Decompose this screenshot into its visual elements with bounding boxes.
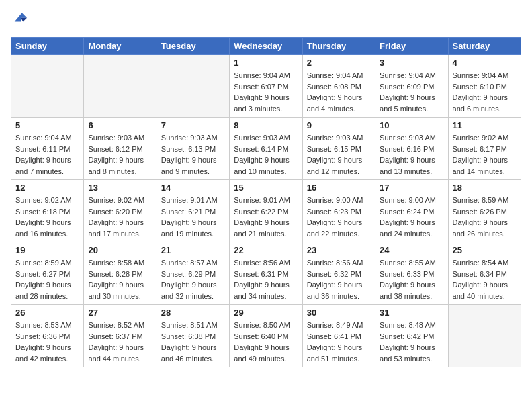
day-info: Sunrise: 9:02 AM Sunset: 6:17 PM Dayligh… [453,132,517,177]
day-number: 20 [88,245,152,255]
calendar-cell: 14Sunrise: 9:01 AM Sunset: 6:21 PM Dayli… [157,180,229,242]
day-info: Sunrise: 9:04 AM Sunset: 6:08 PM Dayligh… [307,70,371,114]
day-info: Sunrise: 8:55 AM Sunset: 6:33 PM Dayligh… [380,257,443,302]
calendar-cell: 27Sunrise: 8:52 AM Sunset: 6:37 PM Dayli… [84,305,157,367]
day-number: 28 [161,308,225,318]
day-number: 22 [234,245,298,255]
day-number: 31 [380,308,443,318]
day-number: 17 [380,183,443,193]
day-info: Sunrise: 8:51 AM Sunset: 6:38 PM Dayligh… [161,320,225,364]
calendar-cell: 24Sunrise: 8:55 AM Sunset: 6:33 PM Dayli… [375,242,448,305]
day-number: 25 [453,245,517,255]
calendar-cell: 26Sunrise: 8:53 AM Sunset: 6:36 PM Dayli… [11,305,84,367]
calendar-cell: 5Sunrise: 9:04 AM Sunset: 6:11 PM Daylig… [11,118,84,180]
day-info: Sunrise: 8:56 AM Sunset: 6:32 PM Dayligh… [307,257,371,302]
day-number: 6 [88,120,152,130]
day-info: Sunrise: 8:54 AM Sunset: 6:34 PM Dayligh… [453,257,517,302]
svg-marker-1 [21,18,27,22]
day-info: Sunrise: 8:59 AM Sunset: 6:26 PM Dayligh… [453,195,517,239]
calendar-cell: 6Sunrise: 9:03 AM Sunset: 6:12 PM Daylig… [84,118,157,180]
svg-marker-0 [15,13,27,21]
calendar-cell: 9Sunrise: 9:03 AM Sunset: 6:15 PM Daylig… [302,118,375,180]
day-info: Sunrise: 8:48 AM Sunset: 6:42 PM Dayligh… [380,320,443,364]
day-info: Sunrise: 9:03 AM Sunset: 6:12 PM Dayligh… [88,132,152,177]
day-number: 9 [307,120,371,130]
day-number: 11 [453,120,517,130]
calendar-cell: 22Sunrise: 8:56 AM Sunset: 6:31 PM Dayli… [230,242,302,305]
day-number: 19 [15,245,79,255]
calendar-cell: 18Sunrise: 8:59 AM Sunset: 6:26 PM Dayli… [448,180,521,242]
calendar-cell: 28Sunrise: 8:51 AM Sunset: 6:38 PM Dayli… [157,305,229,367]
calendar-cell: 3Sunrise: 9:04 AM Sunset: 6:09 PM Daylig… [375,55,448,118]
day-number: 5 [15,120,79,130]
calendar-week-4: 19Sunrise: 8:59 AM Sunset: 6:27 PM Dayli… [11,242,521,305]
calendar-week-2: 5Sunrise: 9:04 AM Sunset: 6:11 PM Daylig… [11,118,521,180]
calendar-cell: 29Sunrise: 8:50 AM Sunset: 6:40 PM Dayli… [230,305,302,367]
calendar-cell: 31Sunrise: 8:48 AM Sunset: 6:42 PM Dayli… [375,305,448,367]
calendar-week-5: 26Sunrise: 8:53 AM Sunset: 6:36 PM Dayli… [11,305,521,367]
calendar-cell: 7Sunrise: 9:03 AM Sunset: 6:13 PM Daylig… [157,118,229,180]
calendar-cell: 17Sunrise: 9:00 AM Sunset: 6:24 PM Dayli… [375,180,448,242]
day-info: Sunrise: 8:58 AM Sunset: 6:28 PM Dayligh… [88,257,152,302]
day-number: 16 [307,183,371,193]
page-header [11,11,521,29]
day-info: Sunrise: 9:02 AM Sunset: 6:20 PM Dayligh… [88,195,152,239]
day-info: Sunrise: 8:53 AM Sunset: 6:36 PM Dayligh… [15,320,79,364]
calendar-cell: 19Sunrise: 8:59 AM Sunset: 6:27 PM Dayli… [11,242,84,305]
day-number: 23 [307,245,371,255]
col-header-sunday: Sunday [11,38,84,55]
calendar-cell: 4Sunrise: 9:04 AM Sunset: 6:10 PM Daylig… [448,55,521,118]
calendar-cell: 16Sunrise: 9:00 AM Sunset: 6:23 PM Dayli… [302,180,375,242]
calendar-cell [84,55,157,118]
calendar-cell: 20Sunrise: 8:58 AM Sunset: 6:28 PM Dayli… [84,242,157,305]
calendar-week-3: 12Sunrise: 9:02 AM Sunset: 6:18 PM Dayli… [11,180,521,242]
day-number: 26 [15,308,79,318]
day-number: 2 [307,58,371,68]
day-number: 24 [380,245,443,255]
day-info: Sunrise: 8:56 AM Sunset: 6:31 PM Dayligh… [234,257,298,302]
day-info: Sunrise: 9:01 AM Sunset: 6:21 PM Dayligh… [161,195,225,239]
calendar-cell: 15Sunrise: 9:01 AM Sunset: 6:22 PM Dayli… [230,180,302,242]
day-info: Sunrise: 8:57 AM Sunset: 6:29 PM Dayligh… [161,257,225,302]
day-info: Sunrise: 9:03 AM Sunset: 6:13 PM Dayligh… [161,132,225,177]
day-number: 27 [88,308,152,318]
day-number: 13 [88,183,152,193]
day-info: Sunrise: 9:03 AM Sunset: 6:16 PM Dayligh… [380,132,443,177]
day-info: Sunrise: 8:59 AM Sunset: 6:27 PM Dayligh… [15,257,79,302]
day-number: 18 [453,183,517,193]
day-number: 8 [234,120,298,130]
calendar-cell: 1Sunrise: 9:04 AM Sunset: 6:07 PM Daylig… [230,55,302,118]
calendar: SundayMondayTuesdayWednesdayThursdayFrid… [11,37,521,367]
col-header-tuesday: Tuesday [157,38,229,55]
logo [11,11,27,29]
calendar-cell: 12Sunrise: 9:02 AM Sunset: 6:18 PM Dayli… [11,180,84,242]
col-header-friday: Friday [375,38,448,55]
day-number: 29 [234,308,298,318]
calendar-cell: 25Sunrise: 8:54 AM Sunset: 6:34 PM Dayli… [448,242,521,305]
col-header-thursday: Thursday [302,38,375,55]
day-info: Sunrise: 9:01 AM Sunset: 6:22 PM Dayligh… [234,195,298,239]
day-number: 12 [15,183,79,193]
day-info: Sunrise: 9:04 AM Sunset: 6:09 PM Dayligh… [380,70,443,114]
day-info: Sunrise: 9:00 AM Sunset: 6:24 PM Dayligh… [380,195,443,239]
day-info: Sunrise: 9:04 AM Sunset: 6:07 PM Dayligh… [234,70,298,114]
day-number: 15 [234,183,298,193]
day-number: 10 [380,120,443,130]
calendar-cell: 8Sunrise: 9:03 AM Sunset: 6:14 PM Daylig… [230,118,302,180]
logo-text [11,11,27,29]
day-info: Sunrise: 9:00 AM Sunset: 6:23 PM Dayligh… [307,195,371,239]
calendar-cell: 21Sunrise: 8:57 AM Sunset: 6:29 PM Dayli… [157,242,229,305]
day-number: 21 [161,245,225,255]
col-header-saturday: Saturday [448,38,521,55]
day-number: 4 [453,58,517,68]
calendar-cell: 13Sunrise: 9:02 AM Sunset: 6:20 PM Dayli… [84,180,157,242]
calendar-cell: 23Sunrise: 8:56 AM Sunset: 6:32 PM Dayli… [302,242,375,305]
day-number: 30 [307,308,371,318]
day-info: Sunrise: 9:03 AM Sunset: 6:14 PM Dayligh… [234,132,298,177]
calendar-cell: 10Sunrise: 9:03 AM Sunset: 6:16 PM Dayli… [375,118,448,180]
calendar-cell: 30Sunrise: 8:49 AM Sunset: 6:41 PM Dayli… [302,305,375,367]
day-info: Sunrise: 8:52 AM Sunset: 6:37 PM Dayligh… [88,320,152,364]
day-number: 7 [161,120,225,130]
calendar-week-1: 1Sunrise: 9:04 AM Sunset: 6:07 PM Daylig… [11,55,521,118]
calendar-cell [448,305,521,367]
